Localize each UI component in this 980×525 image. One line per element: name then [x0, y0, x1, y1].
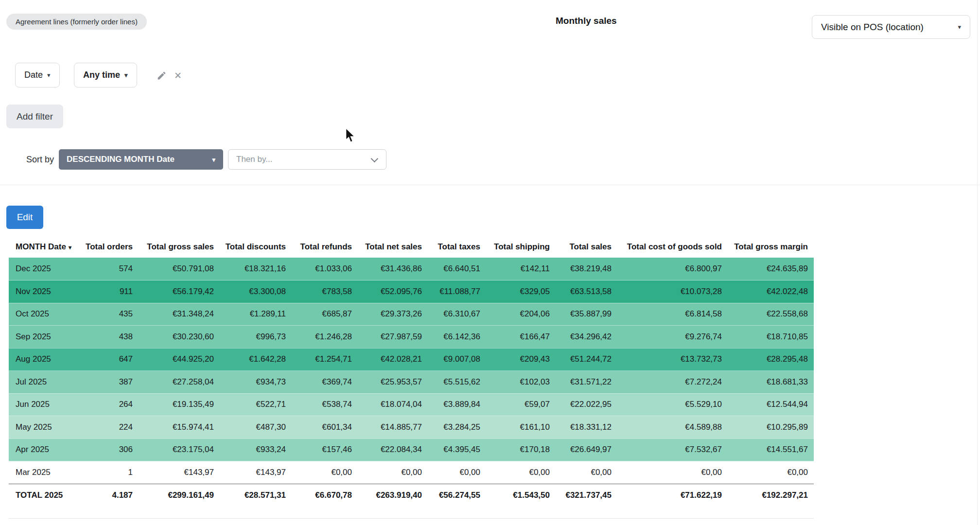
value-cell: €6.640,51 — [428, 258, 486, 280]
value-cell: €142,11 — [486, 258, 556, 280]
value-cell: €934,73 — [220, 371, 292, 394]
edit-report-button[interactable]: Edit — [6, 206, 43, 229]
edit-filter-button[interactable] — [155, 69, 168, 82]
value-cell: €42.028,21 — [358, 348, 428, 371]
value-cell: 647 — [78, 348, 139, 371]
visible-on-pos-dropdown[interactable]: Visible on POS (location) ▾ — [812, 15, 970, 39]
value-cell: €59,07 — [486, 393, 556, 416]
table-row[interactable]: Aug 2025647€44.925,20€1.642,28€1.254,71€… — [9, 348, 814, 371]
remove-filter-button[interactable]: ✕ — [172, 70, 184, 81]
table-row[interactable]: Mar 20251€143,97€143,97€0,00€0,00€0,00€0… — [9, 461, 814, 484]
pos-dropdown-label: Visible on POS (location) — [821, 22, 924, 33]
sort-by-label: Sort by — [26, 155, 54, 165]
value-cell: €1.289,11 — [220, 303, 292, 326]
column-header-label: Total refunds — [300, 242, 352, 251]
column-header-label: Total gross margin — [734, 242, 808, 251]
column-header-total-gross-margin[interactable]: Total gross margin — [728, 236, 814, 258]
value-cell: €9.007,08 — [428, 348, 486, 371]
monthly-sales-table: MONTH Date▾Total ordersTotal gross sales… — [9, 236, 814, 507]
value-cell: €0,00 — [292, 461, 358, 484]
table-row[interactable]: Sep 2025438€30.230,60€996,73€1.246,28€27… — [9, 326, 814, 349]
primary-sort-dropdown[interactable]: DESCENDING MONTH Date ▾ — [59, 149, 223, 170]
column-header-total-taxes[interactable]: Total taxes — [428, 236, 486, 258]
value-cell: 438 — [78, 326, 139, 349]
value-cell: €996,73 — [220, 326, 292, 349]
value-cell: €685,87 — [292, 303, 358, 326]
month-cell: Jun 2025 — [9, 393, 78, 416]
column-header-total-shipping[interactable]: Total shipping — [486, 236, 556, 258]
secondary-sort-select[interactable]: Then by... — [228, 149, 386, 170]
table-row[interactable]: May 2025224€15.974,41€487,30€601,34€14.8… — [9, 416, 814, 439]
add-filter-button[interactable]: Add filter — [6, 105, 63, 128]
sort-caret-icon: ▾ — [69, 244, 71, 251]
table-row[interactable]: Oct 2025435€31.348,24€1.289,11€685,87€29… — [9, 303, 814, 326]
value-cell: €15.974,41 — [139, 416, 220, 439]
value-cell: €1.246,28 — [292, 326, 358, 349]
value-cell: 224 — [78, 416, 139, 439]
value-cell: €3.300,08 — [220, 280, 292, 303]
column-header-label: Total taxes — [438, 242, 480, 251]
column-header-month-date[interactable]: MONTH Date▾ — [9, 236, 78, 258]
value-cell: €1.254,71 — [292, 348, 358, 371]
value-cell: €50.791,08 — [139, 258, 220, 280]
filter-value-dropdown[interactable]: Any time ▾ — [74, 63, 137, 88]
total-value-cell: €28.571,31 — [220, 484, 292, 507]
value-cell: €28.295,48 — [728, 348, 814, 371]
column-header-total-net-sales[interactable]: Total net sales — [358, 236, 428, 258]
table-row[interactable]: Nov 2025911€56.179,42€3.300,08€783,58€52… — [9, 280, 814, 303]
value-cell: €4.395,45 — [428, 438, 486, 461]
value-cell: €44.925,20 — [139, 348, 220, 371]
value-cell: €22.022,95 — [556, 393, 617, 416]
column-header-total-orders[interactable]: Total orders — [78, 236, 139, 258]
value-cell: €143,97 — [220, 461, 292, 484]
value-cell: €18.074,04 — [358, 393, 428, 416]
month-cell: Mar 2025 — [9, 461, 78, 484]
value-cell: €31.436,86 — [358, 258, 428, 280]
value-cell: 387 — [78, 371, 139, 394]
value-cell: €102,03 — [486, 371, 556, 394]
column-header-label: Total discounts — [226, 242, 286, 251]
column-header-total-gross-sales[interactable]: Total gross sales — [139, 236, 220, 258]
month-cell: Sep 2025 — [9, 326, 78, 349]
total-value-cell: €71.622,19 — [617, 484, 728, 507]
filter-field-dropdown[interactable]: Date ▾ — [15, 63, 60, 88]
table-row[interactable]: Jun 2025264€19.135,49€522,71€538,74€18.0… — [9, 393, 814, 416]
value-cell: 911 — [78, 280, 139, 303]
value-cell: €51.244,72 — [556, 348, 617, 371]
value-cell: €52.095,76 — [358, 280, 428, 303]
filter-field-label: Date — [24, 70, 43, 80]
month-cell: May 2025 — [9, 416, 78, 439]
value-cell: €42.022,48 — [728, 280, 814, 303]
table-total-row: TOTAL 20254.187€299.161,49€28.571,31€6.6… — [9, 484, 814, 507]
column-header-total-cost-of-goods-sold[interactable]: Total cost of goods sold — [617, 236, 728, 258]
value-cell: €27.987,59 — [358, 326, 428, 349]
value-cell: €783,58 — [292, 280, 358, 303]
column-header-total-sales[interactable]: Total sales — [556, 236, 617, 258]
value-cell: €14.885,77 — [358, 416, 428, 439]
column-header-total-refunds[interactable]: Total refunds — [292, 236, 358, 258]
value-cell: €35.887,99 — [556, 303, 617, 326]
chevron-down-icon: ▾ — [958, 24, 961, 30]
value-cell: €19.135,49 — [139, 393, 220, 416]
total-value-cell: €192.297,21 — [728, 484, 814, 507]
column-header-total-discounts[interactable]: Total discounts — [220, 236, 292, 258]
value-cell: €7.272,24 — [617, 371, 728, 394]
table-row[interactable]: Apr 2025306€23.175,04€933,24€157,46€22.0… — [9, 438, 814, 461]
value-cell: €4.589,88 — [617, 416, 728, 439]
value-cell: 264 — [78, 393, 139, 416]
secondary-sort-placeholder: Then by... — [236, 155, 272, 164]
table-row[interactable]: Dec 2025574€50.791,08€18.321,16€1.033,06… — [9, 258, 814, 280]
total-value-cell: €1.543,50 — [486, 484, 556, 507]
filter-value-label: Any time — [83, 70, 120, 80]
value-cell: €31.571,22 — [556, 371, 617, 394]
value-cell: €3.889,84 — [428, 393, 486, 416]
value-cell: €487,30 — [220, 416, 292, 439]
column-header-label: Total orders — [86, 242, 133, 251]
month-cell: Aug 2025 — [9, 348, 78, 371]
value-cell: €143,97 — [139, 461, 220, 484]
value-cell: €26.649,97 — [556, 438, 617, 461]
total-value-cell: €299.161,49 — [139, 484, 220, 507]
table-row[interactable]: Jul 2025387€27.258,04€934,73€369,74€25.9… — [9, 371, 814, 394]
value-cell: €0,00 — [556, 461, 617, 484]
value-cell: €12.544,94 — [728, 393, 814, 416]
